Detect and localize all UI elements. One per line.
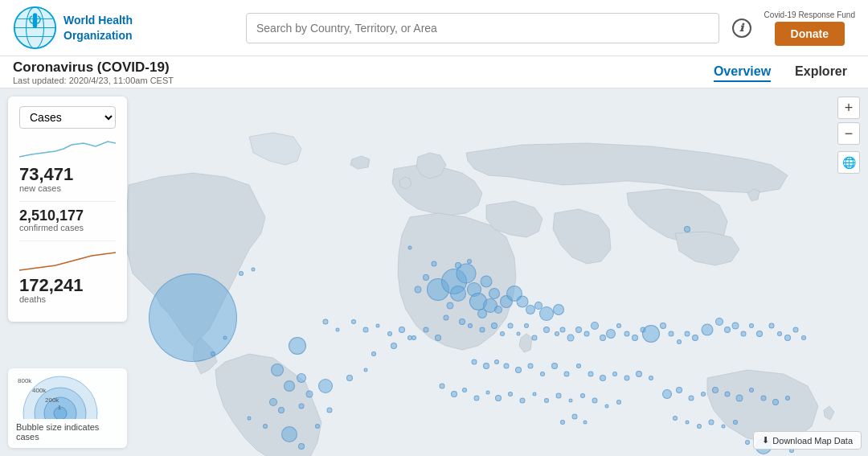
new-cases-sparkline (19, 137, 116, 161)
confirmed-cases-block: 2,510,177 confirmed cases (19, 208, 116, 232)
legend-svg: 800k 400k 200k 1 (16, 375, 104, 419)
stats-panel: Cases Deaths 73,471 new cases 2,510,177 … (8, 97, 127, 322)
deaths-number: 172,241 (19, 277, 116, 294)
zoom-in-button[interactable]: + (837, 97, 860, 119)
svg-text:1: 1 (58, 405, 61, 410)
new-cases-number: 73,471 (19, 166, 116, 183)
legend-circles: 800k 400k 200k 1 (16, 375, 119, 419)
svg-text:800k: 800k (18, 377, 32, 384)
tab-explorer[interactable]: Explorer (795, 63, 847, 82)
deaths-label: deaths (19, 294, 116, 304)
tab-overview[interactable]: Overview (714, 63, 771, 82)
metric-dropdown[interactable]: Cases Deaths (19, 106, 116, 129)
deaths-sparkline (19, 248, 116, 272)
legend-text: Bubble size indicates cases (16, 422, 119, 442)
download-icon: ⬇ (762, 435, 769, 446)
nav-tabs: Overview Explorer (714, 63, 847, 82)
page-title-area: Coronavirus (COVID-19) Last updated: 202… (13, 60, 714, 85)
map-controls: + − 🌐 (837, 97, 860, 174)
subheader: Coronavirus (COVID-19) Last updated: 202… (0, 56, 868, 88)
last-updated: Last updated: 2020/4/23, 11:00am CEST (13, 76, 714, 85)
org-name: World Health Organization (63, 13, 133, 42)
header: World Health Organization ℹ Covid-19 Res… (0, 0, 868, 56)
svg-text:200k: 200k (45, 396, 59, 404)
info-icon[interactable]: ℹ (732, 18, 751, 38)
confirmed-cases-label: confirmed cases (19, 223, 116, 232)
header-right: ℹ Covid-19 Response Fund Donate (732, 10, 855, 46)
bubble-legend: 800k 400k 200k 1 Bubble size indicates c… (8, 368, 127, 448)
svg-text:400k: 400k (32, 387, 47, 394)
world-map (0, 88, 868, 456)
donate-button[interactable]: Donate (775, 22, 845, 46)
search-input[interactable] (246, 13, 719, 43)
page-title: Coronavirus (COVID-19) (13, 60, 714, 76)
map-container[interactable]: Cases Deaths 73,471 new cases 2,510,177 … (0, 88, 868, 456)
svg-rect-6 (33, 13, 38, 27)
logo-area: World Health Organization (13, 6, 246, 50)
deaths-block: 172,241 deaths (19, 248, 116, 304)
who-logo (13, 6, 57, 50)
donate-area: Covid-19 Response Fund Donate (764, 10, 855, 46)
new-cases-block: 73,471 new cases (19, 137, 116, 193)
divider-2 (19, 240, 116, 241)
download-label: Download Map Data (772, 436, 853, 446)
covid-fund-label: Covid-19 Response Fund (764, 10, 855, 19)
divider-1 (19, 201, 116, 202)
globe-view-button[interactable]: 🌐 (837, 151, 860, 174)
confirmed-cases-number: 2,510,177 (19, 208, 116, 223)
new-cases-label: new cases (19, 183, 116, 193)
download-map-data-button[interactable]: ⬇ Download Map Data (753, 431, 862, 450)
zoom-out-button[interactable]: − (837, 122, 860, 145)
